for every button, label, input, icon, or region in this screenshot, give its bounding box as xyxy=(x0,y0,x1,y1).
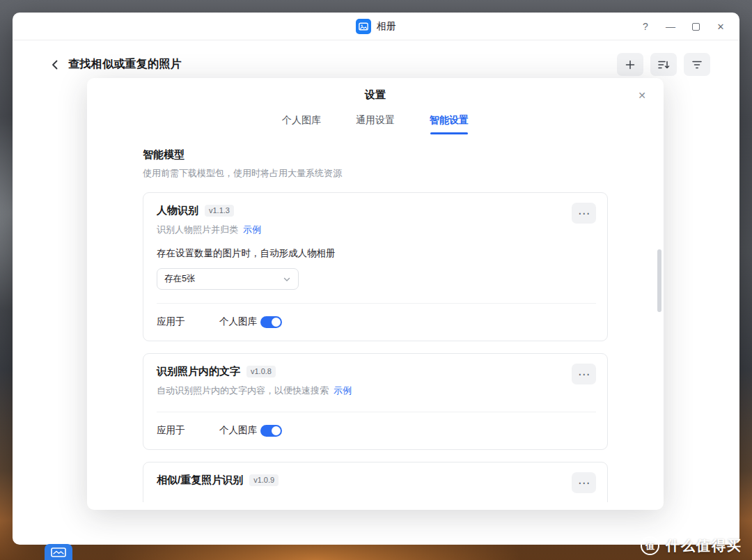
description-text: 识别人物照片并归类 xyxy=(157,224,238,235)
titlebar: 相册 ? — ✕ xyxy=(13,13,739,40)
add-button[interactable] xyxy=(617,53,643,76)
version-badge: v1.0.9 xyxy=(249,474,279,486)
minimize-button[interactable]: — xyxy=(660,16,681,37)
page-title: 查找相似或重复的照片 xyxy=(68,57,182,72)
card-similar-duplicate-recognition: 相似/重复照片识别 v1.0.9 ⋯ xyxy=(143,462,608,502)
apply-label: 应用于 xyxy=(157,316,219,328)
more-options-button[interactable]: ⋯ xyxy=(572,203,596,224)
app-window: 相册 ? — ✕ 查找相似或重复的照片 xyxy=(13,13,739,545)
back-button[interactable] xyxy=(47,57,63,72)
apply-label: 应用于 xyxy=(157,424,219,437)
card-text-recognition: 识别照片内的文字 v1.0.8 ⋯ 自动识别照片内的文字内容，以便快速搜索示例 … xyxy=(143,353,608,450)
dialog-body: 智能模型 使用前需下载模型包，使用时将占用大量系统资源 人物识别 v1.1.3 … xyxy=(87,134,664,502)
photo-count-dropdown[interactable]: 存在5张 xyxy=(157,268,299,290)
chevron-down-icon xyxy=(283,275,291,283)
card-title: 人物识别 xyxy=(157,204,198,217)
window-title: 相册 xyxy=(377,20,396,33)
tab-personal-gallery[interactable]: 个人图库 xyxy=(282,114,321,134)
taskbar-app-icon[interactable] xyxy=(45,544,72,560)
example-link[interactable]: 示例 xyxy=(243,224,261,235)
close-window-button[interactable]: ✕ xyxy=(710,16,731,37)
sort-button[interactable] xyxy=(650,53,677,76)
photo-app-icon xyxy=(356,19,371,34)
personal-gallery-toggle[interactable] xyxy=(260,425,282,437)
settings-dialog: 设置 ✕ 个人图库 通用设置 智能设置 智能模型 使用前需下载模型包，使用时将占… xyxy=(87,78,664,510)
maximize-button[interactable] xyxy=(685,16,706,37)
card-description: 自动识别照片内的文字内容，以便快速搜索示例 xyxy=(157,384,596,397)
card-description: 识别人物照片并归类示例 xyxy=(157,224,596,236)
taskbar-icon-glyph xyxy=(51,547,66,557)
header-actions xyxy=(617,53,721,76)
close-dialog-button[interactable]: ✕ xyxy=(633,86,651,104)
watermark-text: 什么值得买 xyxy=(666,536,742,555)
section-subtitle: 使用前需下载模型包，使用时将占用大量系统资源 xyxy=(143,167,608,180)
example-link[interactable]: 示例 xyxy=(334,385,352,396)
watermark-logo: 值 xyxy=(641,536,659,555)
settings-tabs: 个人图库 通用设置 智能设置 xyxy=(87,111,664,134)
dialog-scrollbar-thumb[interactable] xyxy=(657,249,661,312)
dialog-header: 设置 ✕ xyxy=(87,78,664,111)
dialog-title: 设置 xyxy=(365,88,386,102)
dropdown-value: 存在5张 xyxy=(164,273,195,285)
version-badge: v1.1.3 xyxy=(205,205,234,217)
version-badge: v1.0.8 xyxy=(246,366,276,378)
window-controls: ? — ✕ xyxy=(635,13,731,40)
watermark: 值 什么值得买 xyxy=(641,536,742,555)
description-text: 自动识别照片内的文字内容，以便快速搜索 xyxy=(157,385,329,396)
sort-icon xyxy=(657,59,670,70)
section-title: 智能模型 xyxy=(143,148,608,162)
plus-icon xyxy=(625,59,636,70)
card-title-row: 相似/重复照片识别 v1.0.9 xyxy=(157,474,596,487)
more-options-button[interactable]: ⋯ xyxy=(572,364,596,384)
card-title: 识别照片内的文字 xyxy=(157,365,240,378)
rule-text: 存在设置数量的图片时，自动形成人物相册 xyxy=(157,247,596,260)
apply-target: 个人图库 xyxy=(219,424,257,437)
card-title-row: 识别照片内的文字 v1.0.8 xyxy=(157,365,596,378)
page-header: 查找相似或重复的照片 xyxy=(13,40,739,76)
app-identity: 相册 xyxy=(356,19,396,34)
apply-row: 应用于 个人图库 xyxy=(157,304,596,341)
card-person-recognition: 人物识别 v1.1.3 ⋯ 识别人物照片并归类示例 存在设置数量的图片时，自动形… xyxy=(143,192,608,341)
maximize-icon xyxy=(692,23,700,31)
more-options-button[interactable]: ⋯ xyxy=(572,472,596,493)
help-button[interactable]: ? xyxy=(635,16,656,37)
tab-smart-settings[interactable]: 智能设置 xyxy=(430,114,469,134)
apply-target: 个人图库 xyxy=(219,316,257,328)
tab-general-settings[interactable]: 通用设置 xyxy=(356,114,395,134)
filter-button[interactable] xyxy=(684,53,710,76)
apply-row: 应用于 个人图库 xyxy=(157,412,596,449)
card-title-row: 人物识别 v1.1.3 xyxy=(157,204,596,217)
card-title: 相似/重复照片识别 xyxy=(157,474,243,487)
filter-icon xyxy=(691,59,703,70)
personal-gallery-toggle[interactable] xyxy=(260,316,282,328)
chevron-left-icon xyxy=(49,59,61,70)
